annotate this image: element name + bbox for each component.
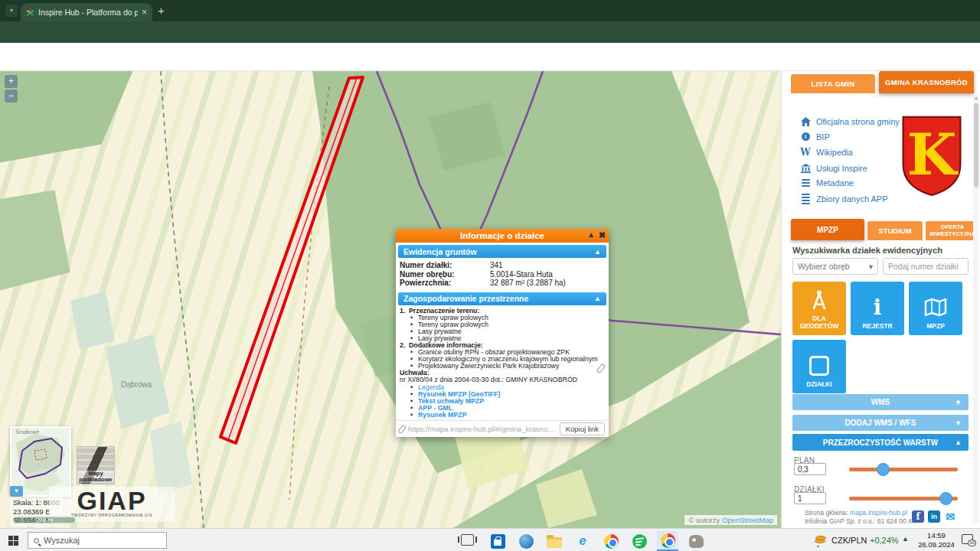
- precinct-select[interactable]: Wybierz obręb ▾: [792, 258, 878, 275]
- share-link-url[interactable]: https://mapa.inspire-hub.pl/#/gmina_kras…: [408, 425, 556, 433]
- dla-geodetow-button[interactable]: DLA GEODETÓW: [792, 282, 846, 335]
- basemap-label: Mapy podkładowe: [77, 471, 114, 484]
- plan-opacity-input[interactable]: [794, 463, 826, 475]
- ewidencja-rows: Numer działki:341 Numer obrębu:5.0014-St…: [396, 258, 609, 290]
- email-icon[interactable]: ✉: [944, 510, 956, 523]
- popup-collapse-icon[interactable]: ▲: [587, 230, 595, 239]
- app-toolbar: INSPIREHUB K Gmina Krasnobród: [0, 43, 980, 71]
- taskbar-app-spotify[interactable]: [629, 531, 650, 551]
- section-zagospodarowanie-header[interactable]: Zagospodarowanie przestrzenne▲: [398, 292, 606, 305]
- taskbar-app-gimp[interactable]: [685, 531, 707, 551]
- currency-coin-icon[interactable]: ▲: [815, 535, 827, 546]
- surveyor-compass-icon: [808, 287, 831, 313]
- mpzp-drawing-link[interactable]: Rysunek MPZP: [418, 411, 467, 419]
- browser-tab[interactable]: Inspire Hub - Platforma do pub ×: [21, 3, 152, 21]
- link-zbiory-app[interactable]: Zbiory danych APP: [800, 194, 900, 205]
- database-icon: [800, 179, 811, 187]
- bank-icon: [800, 164, 811, 173]
- taskbar-app-store[interactable]: [487, 531, 508, 551]
- tab-search-button[interactable]: ▾: [5, 5, 18, 17]
- map-features-layer: [0, 71, 781, 528]
- wms-accordion[interactable]: WMS▼: [792, 394, 969, 410]
- parcel-number-input[interactable]: [883, 258, 969, 275]
- map-canvas[interactable]: Dąbrowa + − Informacje o działce ▲ ✖ Ewi…: [0, 71, 781, 528]
- basemap-switcher[interactable]: Mapy podkładowe: [77, 446, 115, 484]
- facebook-icon[interactable]: f: [912, 510, 924, 523]
- tab-close-icon[interactable]: ×: [142, 8, 147, 17]
- map-zoom-out-button[interactable]: −: [5, 90, 18, 103]
- link-uslugi-inspire[interactable]: Usługi Inspire: [800, 164, 900, 173]
- map-scale-bar: 200 m: [12, 516, 77, 524]
- minimap-place-label: Środkowe: [15, 429, 39, 435]
- dzialki-slider-thumb[interactable]: [939, 492, 952, 505]
- minimap-collapse-button[interactable]: ▼: [10, 486, 23, 497]
- openstreetmap-link[interactable]: OpenStreetMap: [722, 516, 773, 524]
- wikipedia-icon: W: [800, 147, 811, 158]
- notification-center-icon[interactable]: 10: [962, 534, 973, 544]
- taskbar-search[interactable]: Wyszukaj: [28, 532, 167, 549]
- add-wms-wfs-accordion[interactable]: DODAJ WMS / WFS▼: [792, 415, 969, 431]
- chevron-up-icon: ▲: [955, 439, 962, 446]
- plan-slider-track[interactable]: [849, 468, 958, 471]
- taskbar-app-explorer[interactable]: [544, 531, 565, 551]
- plan-slider-thumb[interactable]: [877, 463, 890, 476]
- link-wikipedia[interactable]: W Wikipedia: [800, 147, 900, 158]
- sidebar: LISTA GMIN GMINA KRASNOBRÓD Oficjalna st…: [781, 71, 980, 528]
- section-ewidencja-header[interactable]: Ewidencja gruntów▲: [398, 245, 606, 258]
- taskbar-app-ie[interactable]: e: [572, 531, 593, 551]
- blue-sphere-icon: [519, 534, 534, 549]
- search-icon: [34, 538, 39, 543]
- chevron-down-icon: ▼: [955, 399, 962, 406]
- dzialki-button[interactable]: DZIAŁKI: [792, 340, 846, 393]
- taskbar-search-placeholder: Wyszukaj: [44, 536, 80, 545]
- popup-header[interactable]: Informacje o działce ▲ ✖: [396, 229, 609, 243]
- info-icon: i: [800, 132, 811, 141]
- tray-expand-icon[interactable]: ▲: [902, 535, 909, 543]
- popup-title: Informacje o działce: [460, 231, 544, 240]
- chrome-icon: [604, 534, 619, 549]
- precinct-number-row: Numer obrębu:5.0014-Stara Huta: [400, 270, 605, 279]
- clock-time: 14:59: [914, 531, 959, 540]
- popup-close-icon[interactable]: ✖: [599, 230, 606, 240]
- scroll-up-arrow[interactable]: ▲: [973, 94, 979, 102]
- chrome-icon: [661, 533, 675, 548]
- linkedin-icon[interactable]: in: [928, 510, 940, 523]
- link-bip[interactable]: i BIP: [800, 132, 900, 142]
- windows-taskbar: Wyszukaj e ▲ CZK/PLN +0,24% ▲ 14:59 26.0…: [0, 528, 980, 551]
- layer-transparency-accordion[interactable]: PRZEZROCZYSTOŚĆ WARSTW▲: [792, 434, 969, 451]
- currency-pair[interactable]: CZK/PLN: [831, 536, 867, 545]
- currency-change: +0,24%: [870, 536, 899, 545]
- taskbar-app-chrome[interactable]: [600, 531, 622, 551]
- copy-link-button[interactable]: Kopiuj link: [560, 422, 605, 435]
- taskbar-app-browser[interactable]: [515, 531, 537, 551]
- folded-map-icon: [923, 295, 948, 321]
- spotify-icon: [632, 534, 647, 549]
- map-zoom-in-button[interactable]: +: [5, 75, 18, 88]
- tab-oferta-inwestycyjna[interactable]: OFERTA INWESTYCYJNA: [926, 221, 979, 240]
- tab-gmina-krasnobrod[interactable]: GMINA KRASNOBRÓD: [879, 71, 974, 93]
- info-letter-icon: i: [874, 295, 881, 321]
- taskbar-app-chrome-active[interactable]: [657, 531, 678, 551]
- scrollbar-thumb[interactable]: [974, 103, 978, 187]
- new-tab-button[interactable]: +: [158, 3, 165, 18]
- sidebar-quick-links: Oficjalna strona gminy i BIP W Wikipedia…: [800, 117, 900, 204]
- home-icon: [800, 117, 811, 126]
- parcel-number-row: Numer działki:341: [400, 261, 605, 270]
- start-button[interactable]: [0, 529, 26, 551]
- svg-text:K: K: [907, 121, 959, 188]
- minimap-content: [11, 428, 70, 495]
- notification-badge: 10: [968, 540, 976, 546]
- sidebar-scrollbar[interactable]: ▲: [973, 94, 979, 523]
- rejestr-button[interactable]: i REJESTR: [851, 282, 904, 335]
- task-view-icon[interactable]: [461, 534, 474, 546]
- home-page-link[interactable]: mapa.inspire-hub.pl: [850, 509, 907, 517]
- mpzp-button[interactable]: MPZP: [909, 282, 962, 335]
- taskbar-clock[interactable]: 14:59 26.09.2024: [914, 531, 959, 549]
- tab-studium[interactable]: STUDIUM: [867, 221, 923, 240]
- infoline-text: Infolinia GIAP Sp. z o.o.: 61 624 00 44: [805, 517, 915, 526]
- link-official-site[interactable]: Oficjalna strona gminy: [800, 117, 900, 126]
- link-metadane[interactable]: Metadane: [800, 178, 900, 187]
- tab-mpzp[interactable]: MPZP: [791, 219, 864, 240]
- tab-lista-gmin[interactable]: LISTA GMIN: [791, 74, 875, 93]
- dzialki-opacity-input[interactable]: [794, 492, 826, 504]
